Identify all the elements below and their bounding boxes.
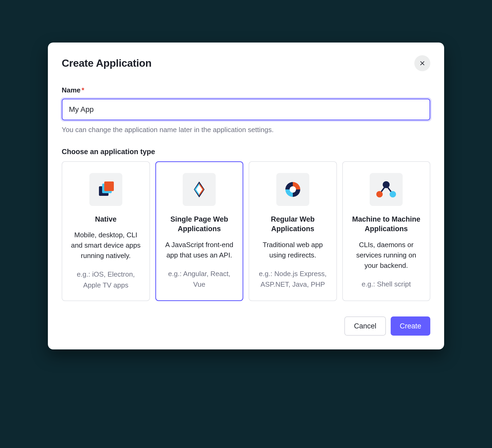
name-input[interactable] (62, 99, 430, 120)
close-button[interactable] (414, 55, 430, 71)
card-examples: e.g.: Node.js Express, ASP.NET, Java, PH… (257, 268, 329, 290)
modal-header: Create Application (62, 55, 430, 71)
svg-rect-2 (104, 181, 114, 191)
app-type-card-spa[interactable]: Single Page Web Applications A JavaScrip… (155, 161, 244, 301)
native-icon-wrap (89, 173, 122, 206)
close-icon (419, 60, 426, 66)
create-button[interactable]: Create (391, 316, 430, 336)
app-type-card-regular-web[interactable]: Regular Web Applications Traditional web… (249, 161, 337, 301)
card-examples: e.g.: iOS, Electron, Apple TV apps (70, 269, 142, 290)
spa-icon-wrap (183, 173, 216, 206)
cancel-button[interactable]: Cancel (344, 316, 386, 336)
svg-point-7 (290, 186, 296, 193)
create-application-modal: Create Application Name* You can change … (48, 43, 444, 349)
m2m-icon-wrap (370, 173, 403, 206)
svg-point-11 (376, 191, 383, 197)
spa-icon (190, 180, 209, 199)
card-title: Native (95, 214, 116, 224)
card-desc: CLIs, daemons or services running on you… (350, 240, 423, 271)
app-type-grid: Native Mobile, desktop, CLI and smart de… (62, 161, 430, 301)
card-title: Machine to Machine Applications (350, 214, 423, 234)
native-icon (96, 180, 115, 199)
card-desc: A JavaScript front-end app that uses an … (163, 240, 236, 260)
modal-title: Create Application (62, 57, 152, 69)
regular-web-icon-wrap (276, 173, 309, 206)
required-asterisk: * (82, 86, 84, 94)
name-label-text: Name (62, 86, 81, 94)
card-examples: e.g.: Angular, React, Vue (163, 268, 236, 290)
regular-web-icon (283, 180, 302, 199)
app-type-label: Choose an application type (62, 148, 430, 156)
card-examples: e.g.: Shell script (362, 279, 411, 289)
card-title: Regular Web Applications (257, 214, 329, 234)
app-type-card-native[interactable]: Native Mobile, desktop, CLI and smart de… (62, 161, 150, 301)
name-hint: You can change the application name late… (62, 126, 430, 134)
svg-point-10 (383, 181, 390, 188)
name-label: Name* (62, 86, 430, 94)
card-title: Single Page Web Applications (163, 214, 236, 234)
modal-footer: Cancel Create (62, 316, 430, 336)
card-desc: Mobile, desktop, CLI and smart device ap… (70, 230, 142, 261)
app-type-card-m2m[interactable]: Machine to Machine Applications CLIs, da… (342, 161, 431, 301)
m2m-icon (375, 180, 397, 199)
svg-point-12 (390, 191, 396, 197)
card-desc: Traditional web app using redirects. (257, 240, 329, 260)
